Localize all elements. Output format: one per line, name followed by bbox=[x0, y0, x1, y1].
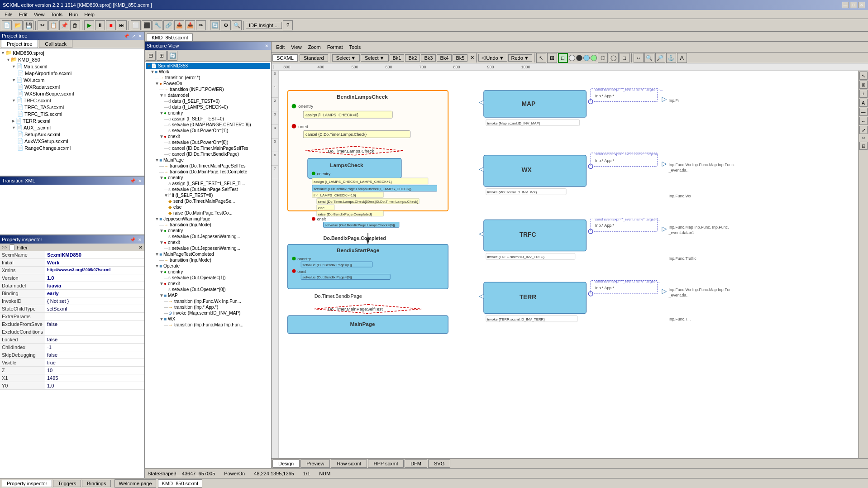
bk5-tab[interactable]: Bk5 bbox=[453, 54, 467, 62]
menu-view[interactable]: View bbox=[31, 11, 48, 18]
tool5[interactable]: 📤 bbox=[174, 20, 184, 30]
tab-svg[interactable]: SVG bbox=[428, 459, 450, 468]
tool9[interactable]: ⚙ bbox=[221, 20, 231, 30]
prop-row-initial[interactable]: Initial Work bbox=[0, 259, 144, 267]
prop-row-extraparams[interactable]: ExtraParams bbox=[0, 313, 144, 321]
undo-button[interactable]: ◁ Undo ▼ bbox=[478, 54, 507, 62]
bk1-tab[interactable]: Bk1 bbox=[390, 54, 405, 62]
color-circle-1[interactable] bbox=[569, 55, 575, 61]
stop-button[interactable]: ■ bbox=[106, 20, 116, 30]
pause-button[interactable]: ⏸ bbox=[95, 20, 105, 30]
struct-node-trans-inpmode2[interactable]: — → transition (Inp.Mode) bbox=[146, 257, 270, 263]
prop-row-statechildtype[interactable]: StateChildType sctScxml bbox=[0, 305, 144, 313]
color-circle-2[interactable] bbox=[576, 55, 582, 61]
struct-node-assign1[interactable]: — a assign (I_SELF_TEST=0) bbox=[146, 116, 270, 122]
tab-preview[interactable]: Preview bbox=[300, 459, 330, 468]
struct-expand-btn[interactable]: ⊞ bbox=[157, 51, 167, 61]
menu-edit[interactable]: Edit bbox=[16, 11, 30, 18]
step-button[interactable]: ⏭ bbox=[117, 20, 127, 30]
tab-call-stack[interactable]: Call stack bbox=[39, 40, 72, 48]
struct-node-invoke-map[interactable]: — ⊙ invoke (Map.scxml:ID_INV_MAP) bbox=[146, 310, 270, 316]
canvas-menu-format[interactable]: Format bbox=[324, 43, 346, 51]
tree-item-setupaux[interactable]: 📄 SetupAux.scxml bbox=[1, 131, 143, 138]
paste-button[interactable]: 📌 bbox=[59, 20, 69, 30]
menu-tools[interactable]: Tools bbox=[48, 11, 65, 18]
canvas-tool-fit[interactable]: ⊞ bbox=[547, 53, 557, 63]
ide-insight-button[interactable]: IDE Insight ... bbox=[246, 22, 282, 29]
struct-node-trans-inpmode1[interactable]: — → transition (Inp.Mode) bbox=[146, 222, 270, 228]
struct-node-onentry3[interactable]: ▼ ● onentry bbox=[146, 228, 270, 234]
canvas-tool-zoom-fit[interactable]: ◯ bbox=[609, 53, 619, 63]
struct-node-assign2[interactable]: — a assign (I_SELF_TEST=I_SELF_TI... bbox=[146, 181, 270, 187]
run-button[interactable]: ▶ bbox=[84, 20, 94, 30]
struct-node-setvalue5[interactable]: — s setvalue (Out.JeppesenWarning... bbox=[146, 234, 270, 239]
struct-node-setvalue8[interactable]: — s setvalue (Out.Operate=[0]) bbox=[146, 287, 270, 292]
canvas-menu-tools[interactable]: Tools bbox=[347, 43, 364, 51]
struct-node-transition-error[interactable]: — → transition (error.*) bbox=[146, 75, 270, 81]
tx-pin-btn[interactable]: 📌 bbox=[129, 178, 136, 183]
canvas-close-btn[interactable]: ✕ bbox=[470, 55, 474, 61]
tool6[interactable]: 📥 bbox=[185, 20, 195, 30]
struct-node-data1[interactable]: — d data (I_SELF_TEST=0) bbox=[146, 98, 270, 104]
tree-item-rangechange[interactable]: 📄 RangeChange.scxml bbox=[1, 144, 143, 151]
minimize-button[interactable]: — bbox=[842, 2, 849, 8]
bk2-tab[interactable]: Bk2 bbox=[405, 54, 420, 62]
struct-node-scxml[interactable]: ▼ 📄 ScxmlKMD858 bbox=[146, 63, 270, 69]
delete-button[interactable]: 🗑 bbox=[70, 20, 80, 30]
struct-node-setvalue3[interactable]: — s setvalue (Out.PowerOn=[0]) bbox=[146, 139, 270, 145]
prop-row-visible[interactable]: Visible true bbox=[0, 359, 144, 367]
tab-dfm[interactable]: DFM bbox=[405, 459, 427, 468]
file-tab-kmd850-bottom[interactable]: KMD_850.scxml bbox=[158, 479, 202, 488]
menu-help[interactable]: Help bbox=[81, 11, 97, 18]
side-tool-7[interactable]: ⤢ bbox=[859, 126, 868, 134]
tab-design[interactable]: Design bbox=[272, 459, 300, 468]
struct-node-onentry1[interactable]: ▼ ● onentry bbox=[146, 110, 270, 116]
prop-row-xmlns[interactable]: Xmlns http://www.w3.org/2005/07/scxml bbox=[0, 267, 144, 274]
prop-row-invokeid[interactable]: InvokeID { Not set } bbox=[0, 297, 144, 305]
tool2[interactable]: ⬛ bbox=[142, 20, 152, 30]
prop-row-childindex[interactable]: ChildIndex -1 bbox=[0, 344, 144, 351]
struct-node-trans-domainpageselftest[interactable]: — → transition (Do.Timer.MainPageSelfTes bbox=[146, 163, 270, 169]
bk3-tab[interactable]: Bk3 bbox=[421, 54, 436, 62]
filter-checkbox[interactable] bbox=[9, 244, 15, 250]
tab-project-tree[interactable]: Project tree bbox=[1, 40, 38, 48]
struct-node-onexit3[interactable]: ▼ ● onexit bbox=[146, 281, 270, 287]
struct-node-work[interactable]: ▼ ■ Work bbox=[146, 69, 270, 75]
bk4-tab[interactable]: Bk4 bbox=[437, 54, 452, 62]
tree-item-auxwx[interactable]: 📄 AuxWXSetup.scxml bbox=[1, 138, 143, 144]
struct-node-poweron[interactable]: ▼ ● PowerOn bbox=[146, 81, 270, 86]
prop-row-excludeconditions[interactable]: ExcludeConditions bbox=[0, 328, 144, 336]
struct-node-cancel1[interactable]: — c cancel (ID.Do.Timer.MainPageSelfTes bbox=[146, 145, 270, 151]
struct-node-setvalue1[interactable]: — s setvalue (0.MAP.RANGE.CENTER=[8]) bbox=[146, 122, 270, 128]
panel-float-btn[interactable]: ↗ bbox=[131, 33, 136, 38]
struct-node-cancel2[interactable]: — c cancel (ID.Do.Timer.BendixPage) bbox=[146, 151, 270, 157]
redo-button[interactable]: Redo ▼ bbox=[508, 54, 532, 62]
file-tab-welcome[interactable]: Welcome page bbox=[114, 479, 156, 488]
prop-row-datamodel[interactable]: Datamodel luavia bbox=[0, 282, 144, 290]
file-tab-kmd850[interactable]: KMD_850.scxml bbox=[147, 33, 193, 41]
side-tool-3[interactable]: + bbox=[859, 90, 868, 98]
struct-node-setvalue6[interactable]: — s setvalue (Out.JeppesenWarning... bbox=[146, 245, 270, 251]
tree-item-trfctas[interactable]: 📄 TRFC_TAS.scxml bbox=[1, 104, 143, 110]
tool1[interactable]: ⬜ bbox=[131, 20, 141, 30]
prop-row-binding[interactable]: Binding early bbox=[0, 290, 144, 297]
side-tool-4[interactable]: A bbox=[859, 99, 868, 107]
struct-node-trans-funcmap[interactable]: — → transition (Inp.Func.Map Inp.Fun... bbox=[146, 322, 270, 328]
struct-close-btn[interactable]: ✕ bbox=[264, 43, 269, 48]
copy-button[interactable]: 📋 bbox=[48, 20, 58, 30]
tree-item-wxstorm[interactable]: 📄 WXStormScope.scxml bbox=[1, 90, 143, 97]
open-button[interactable]: 📂 bbox=[13, 20, 23, 30]
menu-run[interactable]: Run bbox=[66, 11, 81, 18]
tree-item-map[interactable]: ▼ 📄 Map.scxml bbox=[1, 63, 143, 70]
struct-refresh-btn[interactable]: 🔄 bbox=[167, 51, 177, 61]
canvas-tool-zoom-in[interactable]: 🔍 bbox=[644, 53, 654, 63]
prop-row-z[interactable]: Z 10 bbox=[0, 367, 144, 374]
main-canvas[interactable]: BendixLampsCheck onentry assign {i_LAMPS… bbox=[279, 71, 858, 458]
tree-item-terr[interactable]: ▶ 📄 TERR.scxml bbox=[1, 117, 143, 124]
canvas-tool-rect[interactable]: □ bbox=[558, 53, 568, 63]
structure-content[interactable]: ▼ 📄 ScxmlKMD858 ▼ ■ Work — → transition … bbox=[145, 62, 271, 468]
wx-state-node[interactable] bbox=[484, 155, 586, 187]
canvas-tool-zoom-out[interactable]: □ bbox=[620, 53, 630, 63]
canvas-tool-select[interactable]: ↖ bbox=[536, 53, 546, 63]
prop-row-excludefromsave[interactable]: ExcludeFromSave false bbox=[0, 321, 144, 328]
